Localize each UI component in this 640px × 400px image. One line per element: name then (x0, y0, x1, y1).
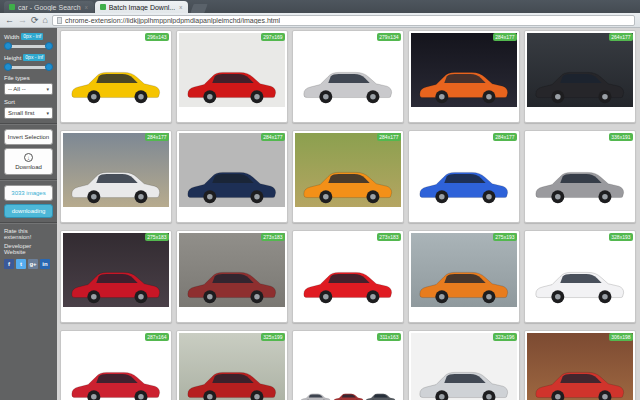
car-photo-blue-concept-car (179, 133, 285, 207)
twitter-icon[interactable]: t (16, 259, 26, 269)
image-card-red-jaguar-autoshow[interactable]: 275x183 (60, 230, 172, 323)
chevron-down-icon: ▾ (46, 86, 49, 92)
image-card-silver-prius[interactable]: 323x196 (408, 330, 520, 400)
car-photo-car-lineup-group (295, 333, 401, 400)
image-card-car-lineup-group[interactable]: 311x163 (292, 330, 404, 400)
width-label: Width (4, 34, 19, 40)
images-count-badge: 3033 images (4, 185, 53, 201)
size-badge: 323x196 (493, 333, 517, 341)
tab-favicon (100, 4, 106, 10)
browser-toolbar: ← → ⟳ ⌂ chrome-extension://lidkjjpplhmpp… (0, 13, 640, 28)
invert-selection-button[interactable]: Invert Selection (4, 129, 53, 145)
tab-label: car - Google Search (18, 4, 81, 11)
car-photo-silver-prius (411, 333, 517, 400)
linkedin-icon[interactable]: in (40, 259, 50, 269)
image-card-red-audi-sedan[interactable]: 287x164 (60, 330, 172, 400)
image-card-dark-red-camaro[interactable]: 273x183 (176, 230, 288, 323)
page-icon (57, 17, 62, 24)
divider (0, 123, 57, 125)
image-card-orange-concept-car[interactable]: 284x177 (408, 30, 520, 123)
image-card-red-black-bugatti[interactable]: 325x199 (176, 330, 288, 400)
size-badge: 328x193 (609, 233, 633, 241)
image-card-blue-fiesta-sedan[interactable]: 284x177 (408, 130, 520, 223)
car-photo-orange-concept-car (411, 33, 517, 107)
image-card-orange-mclaren[interactable]: 275x193 (408, 230, 520, 323)
size-badge: 275x183 (145, 233, 169, 241)
car-photo-red-hyundai-i10 (295, 233, 401, 307)
image-card-blue-concept-car[interactable]: 284x177 (176, 130, 288, 223)
size-badge: 296x143 (145, 33, 169, 41)
size-badge: 284x177 (261, 133, 285, 141)
size-badge: 311x163 (377, 333, 401, 341)
home-icon[interactable]: ⌂ (43, 16, 48, 25)
download-icon: ↓ (24, 153, 33, 162)
file-types-select[interactable]: -- All -- ▾ (4, 83, 53, 95)
car-photo-orange-roadster-field (295, 133, 401, 207)
height-slider-max-handle[interactable] (45, 63, 53, 71)
size-badge: 284x177 (493, 133, 517, 141)
download-button-label: Download (15, 164, 42, 170)
sort-label: Sort (4, 99, 53, 105)
image-card-white-mercedes-coupe[interactable]: 328x193 (524, 230, 636, 323)
car-photo-red-gt86-desert (527, 333, 633, 400)
image-grid: 296x143297x169279x134284x177264x177284x1… (60, 30, 637, 400)
divider (0, 179, 57, 181)
size-badge: 297x169 (261, 33, 285, 41)
download-button[interactable]: ↓ Download (4, 148, 53, 175)
downloading-button[interactable]: downloading (4, 204, 53, 218)
size-badge: 264x177 (609, 33, 633, 41)
facebook-icon[interactable]: f (4, 259, 14, 269)
tab-google-search[interactable]: car - Google Search x (4, 1, 94, 13)
rate-extension-link[interactable]: Rate this extension! (4, 228, 53, 240)
image-card-black-camaro[interactable]: 264x177 (524, 30, 636, 123)
image-card-red-audi-a1[interactable]: 297x169 (176, 30, 288, 123)
image-card-white-fiesta-cloudy[interactable]: 284x177 (60, 130, 172, 223)
image-card-yellow-hatchback[interactable]: 296x143 (60, 30, 172, 123)
car-photo-red-jaguar-autoshow (63, 233, 169, 307)
tab-batch-image-download[interactable]: Batch Image Downl... x (95, 1, 189, 13)
image-card-gray-jetta-side[interactable]: 336x191 (524, 130, 636, 223)
tab-close-icon[interactable]: x (179, 4, 182, 10)
size-badge: 273x183 (261, 233, 285, 241)
image-grid-area: 296x143297x169279x134284x177264x177284x1… (57, 28, 640, 400)
size-badge: 336x191 (609, 133, 633, 141)
forward-icon[interactable]: → (18, 16, 27, 25)
width-slider[interactable] (5, 41, 52, 51)
car-photo-white-fiesta-cloudy (63, 133, 169, 207)
width-slider-min-handle[interactable] (4, 42, 12, 50)
size-badge: 275x193 (493, 233, 517, 241)
car-photo-white-mercedes-coupe (527, 233, 633, 307)
car-photo-silver-passat (295, 33, 401, 107)
image-card-silver-passat[interactable]: 279x134 (292, 30, 404, 123)
width-slider-max-handle[interactable] (45, 42, 53, 50)
divider (0, 222, 57, 224)
size-badge: 306x198 (609, 333, 633, 341)
tab-favicon (9, 4, 15, 10)
height-slider-min-handle[interactable] (4, 63, 12, 71)
image-card-red-gt86-desert[interactable]: 306x198 (524, 330, 636, 400)
sort-select[interactable]: Small first ▾ (4, 107, 53, 119)
file-types-value: -- All -- (8, 86, 26, 92)
file-types-label: File types (4, 75, 53, 81)
developer-website-link[interactable]: Developer Website (4, 243, 53, 255)
height-label: Height (4, 55, 21, 61)
size-badge: 284x177 (493, 33, 517, 41)
tab-close-icon[interactable]: x (85, 4, 88, 10)
height-slider[interactable] (5, 62, 52, 72)
google-plus-icon[interactable]: g+ (28, 259, 38, 269)
reload-icon[interactable]: ⟳ (31, 16, 39, 25)
tab-label: Batch Image Downl... (109, 4, 176, 11)
image-card-red-hyundai-i10[interactable]: 273x183 (292, 230, 404, 323)
new-tab-button[interactable] (191, 4, 208, 13)
social-links: ftg+in (4, 259, 53, 269)
car-photo-red-audi-a1 (179, 33, 285, 107)
url-text: chrome-extension://lidkjjpplhmppnlpdpmdi… (65, 17, 280, 24)
car-photo-gray-jetta-side (527, 133, 633, 207)
size-badge: 279x134 (377, 33, 401, 41)
back-icon[interactable]: ← (5, 16, 14, 25)
car-photo-red-audi-sedan (63, 333, 169, 400)
browser-chrome: car - Google Search x Batch Image Downl.… (0, 0, 640, 28)
image-card-orange-roadster-field[interactable]: 284x177 (292, 130, 404, 223)
address-bar[interactable]: chrome-extension://lidkjjpplhmppnlpdpmdi… (52, 15, 635, 26)
size-badge: 325x199 (261, 333, 285, 341)
